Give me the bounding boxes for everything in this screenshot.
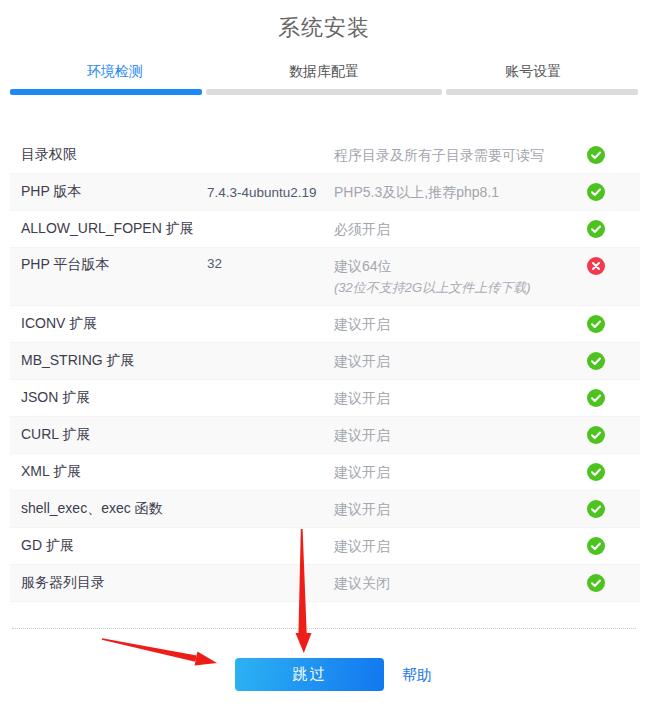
help-link[interactable]: 帮助: [402, 666, 432, 685]
check-label: ICONV 扩展: [21, 315, 207, 333]
check-label: JSON 扩展: [21, 389, 207, 407]
check-hint: 建议开启: [334, 425, 579, 446]
check-success-icon: [587, 537, 605, 555]
table-row: 目录权限程序目录及所有子目录需要可读写: [10, 137, 640, 174]
check-hint: 建议开启: [334, 388, 579, 409]
step-tabs: 环境检测 数据库配置 账号设置: [10, 60, 638, 84]
tab-environment-check[interactable]: 环境检测: [10, 60, 219, 84]
table-row: CURL 扩展建议开启: [10, 417, 640, 454]
check-hint: 程序目录及所有子目录需要可读写: [334, 145, 579, 166]
skip-button[interactable]: 跳过: [235, 658, 384, 691]
check-table: 目录权限程序目录及所有子目录需要可读写PHP 版本7.4.3-4ubuntu2.…: [10, 137, 640, 602]
check-success-icon: [587, 500, 605, 518]
table-row: ALLOW_URL_FOPEN 扩展必须开启: [10, 211, 640, 248]
progress-segment-active: [10, 89, 202, 95]
check-label: CURL 扩展: [21, 426, 207, 444]
check-hint: 必须开启: [334, 219, 579, 240]
table-row: GD 扩展建议开启: [10, 528, 640, 565]
footer-divider: [12, 628, 636, 629]
check-value: 7.4.3-4ubuntu2.19: [207, 185, 334, 200]
check-label: XML 扩展: [21, 463, 207, 481]
check-value: 32: [207, 256, 334, 271]
check-success-icon: [587, 315, 605, 333]
check-hint: 建议关闭: [334, 573, 579, 594]
check-hint: 建议64位(32位不支持2G以上文件上传下载): [334, 256, 579, 298]
check-success-icon: [587, 574, 605, 592]
table-row: XML 扩展建议开启: [10, 454, 640, 491]
arrow-annotation-diagonal: [102, 638, 217, 665]
page-title: 系统安装: [0, 13, 648, 43]
check-label: PHP 版本: [21, 183, 207, 201]
tab-database-config[interactable]: 数据库配置: [219, 60, 428, 84]
check-success-icon: [587, 352, 605, 370]
step-progress-bar: [10, 89, 638, 95]
table-row: shell_exec、exec 函数建议开启: [10, 491, 640, 528]
check-success-icon: [587, 220, 605, 238]
table-row: 服务器列目录建议关闭: [10, 565, 640, 602]
progress-segment: [446, 89, 638, 95]
table-row: MB_STRING 扩展建议开启: [10, 343, 640, 380]
check-label: shell_exec、exec 函数: [21, 500, 207, 518]
check-success-icon: [587, 146, 605, 164]
check-success-icon: [587, 463, 605, 481]
check-hint: 建议开启: [334, 351, 579, 372]
check-label: 服务器列目录: [21, 574, 207, 592]
check-hint: 建议开启: [334, 536, 579, 557]
check-hint-note: (32位不支持2G以上文件上传下载): [334, 277, 579, 298]
check-fail-icon: [587, 257, 605, 275]
install-page: 系统安装 环境检测 数据库配置 账号设置 目录权限程序目录及所有子目录需要可读写…: [0, 0, 648, 708]
table-row: PHP 平台版本32建议64位(32位不支持2G以上文件上传下载): [10, 248, 640, 306]
check-success-icon: [587, 389, 605, 407]
check-hint: PHP5.3及以上,推荐php8.1: [334, 182, 579, 203]
check-hint: 建议开启: [334, 462, 579, 483]
table-row: ICONV 扩展建议开启: [10, 306, 640, 343]
check-label: GD 扩展: [21, 537, 207, 555]
progress-segment: [206, 89, 442, 95]
check-label: 目录权限: [21, 146, 207, 164]
check-hint: 建议开启: [334, 314, 579, 335]
check-hint: 建议开启: [334, 499, 579, 520]
check-label: MB_STRING 扩展: [21, 352, 207, 370]
tab-account-settings[interactable]: 账号设置: [429, 60, 638, 84]
check-label: PHP 平台版本: [21, 256, 207, 274]
table-row: JSON 扩展建议开启: [10, 380, 640, 417]
table-row: PHP 版本7.4.3-4ubuntu2.19PHP5.3及以上,推荐php8.…: [10, 174, 640, 211]
check-success-icon: [587, 183, 605, 201]
check-success-icon: [587, 426, 605, 444]
check-label: ALLOW_URL_FOPEN 扩展: [21, 220, 207, 238]
